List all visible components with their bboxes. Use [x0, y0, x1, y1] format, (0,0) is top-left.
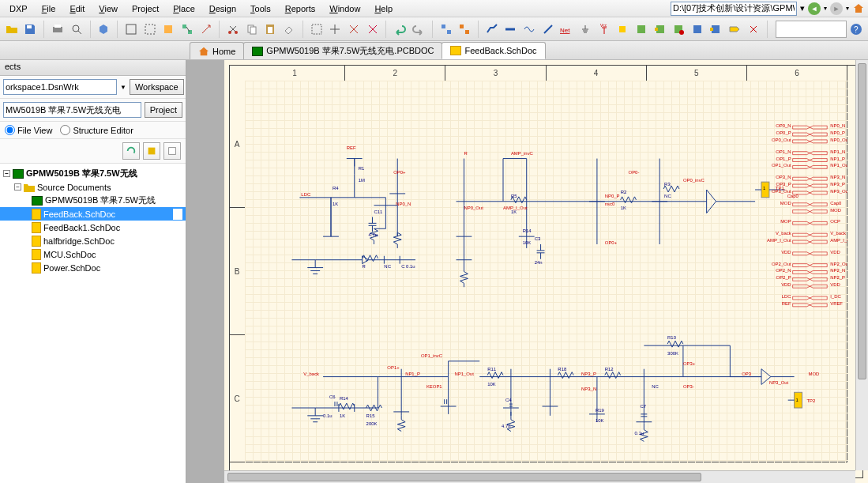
- menu-reports[interactable]: Reports: [279, 2, 322, 15]
- signal-button[interactable]: [520, 21, 538, 38]
- scrollbar-vertical[interactable]: [855, 60, 868, 470]
- svg-text:VDD: VDD: [830, 282, 840, 287]
- hier-down-button[interactable]: [456, 21, 473, 38]
- schematic-canvas[interactable]: 1 2 3 4 5 6 A B C: [224, 60, 868, 483]
- undo-button[interactable]: [391, 21, 408, 38]
- svg-text:MOP: MOP: [780, 219, 791, 224]
- tab-home[interactable]: Home: [190, 42, 244, 59]
- hier-up-button[interactable]: [438, 21, 455, 38]
- project-button[interactable]: Project: [145, 102, 182, 118]
- file-view-radio[interactable]: File View: [5, 125, 52, 135]
- menu-view[interactable]: View: [92, 2, 124, 15]
- menu-file[interactable]: File: [36, 2, 62, 15]
- svg-rect-2: [54, 25, 61, 28]
- cut-button[interactable]: [224, 21, 242, 38]
- svg-text:OP2_N: OP2_N: [776, 268, 791, 273]
- tree-source-docs[interactable]: − Source Documents: [0, 180, 186, 194]
- svg-point-29: [679, 30, 684, 35]
- hierarchy-button[interactable]: [178, 21, 196, 38]
- tree-item[interactable]: MCU.SchDoc: [0, 247, 186, 261]
- tree-item[interactable]: Power.SchDoc: [0, 261, 186, 274]
- zoom-fit-button[interactable]: [122, 21, 140, 38]
- sheet-entry-button[interactable]: [652, 21, 669, 38]
- tree-item-selected[interactable]: FeedBack.SchDoc: [0, 207, 186, 221]
- menu-edit[interactable]: Edit: [63, 2, 91, 15]
- deselect-button[interactable]: [345, 21, 363, 38]
- zoom-area-button[interactable]: [141, 21, 159, 38]
- menu-tools[interactable]: Tools: [244, 2, 277, 15]
- copy-button[interactable]: [243, 21, 261, 38]
- part-button[interactable]: [614, 21, 631, 38]
- tree-item[interactable]: FeedBack1.SchDoc: [0, 221, 186, 234]
- svg-text:OP2_Out: OP2_Out: [772, 262, 791, 266]
- wire-button[interactable]: [483, 21, 501, 38]
- 3d-button[interactable]: [96, 21, 113, 38]
- options-button[interactable]: [163, 142, 181, 160]
- rubber-button[interactable]: [280, 21, 298, 38]
- svg-rect-7: [164, 25, 172, 33]
- workspace-combo[interactable]: [3, 79, 117, 95]
- menu-place[interactable]: Place: [167, 2, 201, 15]
- bus-entry-button[interactable]: [539, 21, 557, 38]
- nav-back-icon[interactable]: ◄: [808, 2, 821, 15]
- netlabel-button[interactable]: Net: [558, 21, 576, 38]
- device-sheet-button[interactable]: [670, 21, 687, 38]
- records-button[interactable]: [143, 142, 160, 160]
- open-button[interactable]: [3, 21, 21, 38]
- toolbar-combo[interactable]: [776, 21, 847, 38]
- svg-text:NP1_P: NP1_P: [830, 157, 845, 161]
- svg-text:AMP_I_Out: AMP_I_Out: [830, 238, 847, 243]
- harness-button[interactable]: [689, 21, 706, 38]
- structure-editor-radio[interactable]: Structure Editor: [60, 125, 133, 135]
- menu-dxp[interactable]: DXP: [3, 2, 34, 15]
- svg-text:NP3_N: NP3_N: [830, 175, 845, 179]
- tree-item[interactable]: GPMW5019B 苹果7.5W无线: [0, 194, 186, 207]
- cross-probe-button[interactable]: [197, 21, 215, 38]
- project-tree[interactable]: − GPMW5019B 苹果7.5W无线 − Source Documents …: [0, 164, 186, 483]
- help-button[interactable]: ?: [848, 21, 866, 38]
- project-combo[interactable]: [3, 102, 141, 118]
- nav-fwd-icon[interactable]: ►: [830, 2, 843, 15]
- port-button[interactable]: [726, 21, 743, 38]
- workspace-button[interactable]: Workspace: [130, 79, 184, 95]
- sheet-symbol-button[interactable]: [633, 21, 650, 38]
- move-button[interactable]: [327, 21, 344, 38]
- svg-text:R19: R19: [596, 408, 604, 413]
- svg-text:NP0_Out: NP0_Out: [464, 206, 483, 210]
- gnd-button[interactable]: [577, 21, 594, 38]
- tree-root[interactable]: − GPMW5019B 苹果7.5W无线: [0, 167, 186, 180]
- menu-help[interactable]: Help: [368, 2, 399, 15]
- clear-button[interactable]: [364, 21, 381, 38]
- preview-button[interactable]: [68, 21, 85, 38]
- svg-point-3: [73, 25, 79, 32]
- harness-entry-button[interactable]: [708, 21, 725, 38]
- refresh-button[interactable]: [122, 142, 140, 160]
- zoom-sel-button[interactable]: [160, 21, 177, 38]
- menu-window[interactable]: Window: [323, 2, 366, 15]
- vcc-button[interactable]: Vcc: [596, 21, 613, 38]
- select-button[interactable]: [308, 21, 325, 38]
- paste-button[interactable]: [262, 21, 280, 38]
- tab-pcbdoc[interactable]: GPMW5019B 苹果7.5W无线充电.PCBDOC: [243, 42, 442, 59]
- svg-text:MOD: MOD: [780, 201, 791, 206]
- tab-schdoc[interactable]: FeedBack.SchDoc: [442, 42, 545, 59]
- collapse-icon[interactable]: −: [3, 170, 10, 177]
- print-button[interactable]: [49, 21, 66, 38]
- menu-design[interactable]: Design: [203, 2, 242, 15]
- svg-text:1K: 1K: [340, 413, 345, 418]
- menu-project[interactable]: Project: [126, 2, 165, 15]
- redo-button[interactable]: [410, 21, 427, 38]
- svg-text:4.7n: 4.7n: [502, 424, 511, 428]
- svg-point-11: [228, 31, 231, 34]
- bus-button[interactable]: [502, 21, 520, 38]
- tree-item[interactable]: halfbridge.SchDoc: [0, 234, 186, 247]
- noeric-button[interactable]: [745, 21, 762, 38]
- home-icon[interactable]: [852, 2, 865, 15]
- save-button[interactable]: [22, 21, 39, 38]
- folder-icon: [24, 183, 35, 192]
- collapse-icon[interactable]: −: [14, 183, 21, 191]
- path-input[interactable]: [671, 2, 797, 16]
- svg-text:R11: R11: [487, 367, 496, 372]
- scrollbar-horizontal[interactable]: [224, 470, 855, 483]
- svg-rect-1: [53, 27, 62, 32]
